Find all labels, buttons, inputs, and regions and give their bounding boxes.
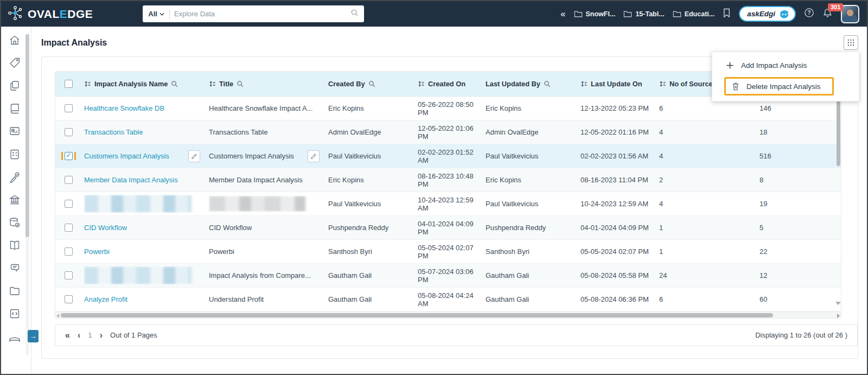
select-all-checkbox[interactable] [65, 80, 73, 88]
first-page-button[interactable]: « [65, 331, 70, 340]
row-objects: 5 [760, 224, 763, 232]
bridge-icon[interactable] [8, 330, 21, 343]
home-icon[interactable] [8, 34, 21, 47]
row-created_on: 02-02-2023 01:52 AM [418, 148, 482, 164]
certify-icon[interactable] [8, 170, 21, 183]
query-icon[interactable] [8, 307, 21, 320]
nine-dots-menu-button[interactable] [844, 35, 858, 50]
prev-page-button[interactable]: ‹ [78, 331, 80, 340]
row-checkbox[interactable] [65, 152, 73, 160]
column-search-icon[interactable] [544, 80, 551, 87]
recent-item-15-tables[interactable]: 15-Tabl... [623, 10, 664, 18]
sort-icon[interactable] [84, 80, 91, 87]
impact-analysis-link[interactable]: Analyze Profit [84, 295, 127, 303]
impact-analysis-link[interactable]: Customers Impact Analysis [84, 152, 169, 160]
row-checkbox[interactable] [65, 200, 73, 208]
sidebar-scrollbar[interactable] [25, 33, 29, 355]
scroll-left-arrow-icon[interactable] [56, 314, 59, 318]
row-title: Transactions Table [209, 128, 267, 136]
horizontal-scrollbar[interactable] [55, 312, 841, 318]
column-search-icon[interactable] [368, 80, 375, 87]
sort-icon[interactable] [209, 80, 216, 87]
governance-icon[interactable] [8, 193, 21, 206]
column-header-name[interactable]: Impact Analysis Name [84, 80, 209, 88]
column-header-last_updated_by[interactable]: Last Updated By [486, 80, 580, 88]
bookmark-icon[interactable] [723, 8, 731, 20]
collapse-crumbs-icon[interactable]: « [560, 9, 565, 18]
sort-icon[interactable] [418, 80, 425, 87]
impact-analysis-link[interactable]: Powerbi [84, 247, 110, 256]
catalog-icon[interactable] [8, 102, 21, 115]
add-impact-analysis-menu-item[interactable]: Add Impact Analysis [712, 56, 859, 74]
column-search-icon[interactable] [171, 80, 178, 87]
recent-item-education[interactable]: Educati... [673, 10, 715, 18]
impact-analysis-link[interactable]: Transactions Table [84, 128, 143, 136]
grid-icon [847, 39, 854, 46]
row-created_by: Pushpendra Reddy [328, 224, 388, 232]
edit-icon[interactable] [188, 150, 200, 162]
projects-icon[interactable] [8, 284, 21, 297]
data-quality-icon[interactable] [8, 216, 21, 229]
main-content: Impact Analysis Impact Analysis NameTitl… [31, 27, 867, 374]
brand-logo[interactable]: OVALEDGE [7, 4, 93, 24]
row-created_on: 04-01-2024 04:09 PM [418, 220, 482, 236]
user-avatar[interactable] [841, 5, 859, 23]
horizontal-scroll-thumb[interactable] [61, 313, 773, 317]
impact-analysis-link[interactable]: Member Data Impact Analysis [84, 176, 178, 184]
select-all-cell [55, 80, 84, 88]
row-select-cell [55, 200, 84, 208]
next-page-button[interactable]: › [100, 331, 103, 340]
row-checkbox[interactable] [65, 271, 73, 279]
row-checkbox[interactable] [65, 104, 73, 112]
pages-icon[interactable] [8, 79, 21, 92]
table-row: Transactions TableTransactions TableAdmi… [55, 120, 841, 144]
row-checkbox[interactable] [65, 128, 73, 136]
help-icon[interactable]: ? [804, 8, 814, 20]
search-scope-dropdown[interactable]: All [148, 10, 169, 18]
checklist-icon[interactable] [8, 148, 21, 161]
impact-analysis-link[interactable]: Healthcare Snowflake DB [84, 104, 164, 112]
sort-icon[interactable] [659, 80, 666, 87]
search-input[interactable] [170, 10, 350, 18]
edit-icon[interactable] [308, 150, 320, 162]
tag-icon[interactable] [8, 56, 21, 69]
sort-icon[interactable] [580, 80, 588, 87]
scroll-down-arrow-icon[interactable] [835, 302, 841, 305]
row-title: Customers Impact Analysis [209, 152, 294, 160]
column-header-created_by[interactable]: Created By [328, 80, 418, 88]
row-sources: 4 [659, 200, 663, 208]
row-checkbox[interactable] [65, 295, 73, 303]
column-header-title[interactable]: Title [209, 80, 328, 88]
column-header-last_update_on[interactable]: Last Update On [580, 80, 659, 88]
recent-item-snowflake[interactable]: SnowFl... [574, 10, 616, 18]
collaboration-icon[interactable] [8, 262, 21, 275]
plus-icon [726, 61, 734, 69]
row-checkbox[interactable] [65, 176, 73, 184]
vertical-scrollbar[interactable] [837, 98, 840, 373]
glossary-icon[interactable] [8, 239, 21, 252]
row-select-cell [55, 152, 84, 160]
notification-count-badge: 301 [828, 3, 843, 11]
table-row: Paul Vaitkevicius10-24-2023 12:59 AMPaul… [55, 192, 841, 216]
notifications-bell[interactable]: 301 [822, 8, 833, 21]
row-checkbox[interactable] [65, 224, 73, 232]
impact-analysis-link[interactable]: CID Workflow [84, 224, 127, 232]
column-search-icon[interactable] [237, 80, 244, 87]
app-window: OVALEDGE All « SnowFl... 15-Tabl... [0, 0, 868, 375]
row-last_update_on: 05-08-2024 05:58 PM [580, 271, 649, 279]
vertical-scroll-thumb[interactable] [837, 100, 840, 166]
column-header-created_on[interactable]: Created On [418, 80, 486, 88]
row-last_updated_by: Eric Kopins [486, 176, 521, 184]
ask-edgi-button[interactable]: askEdgi [739, 6, 796, 22]
search-icon[interactable] [350, 9, 359, 19]
row-checkbox[interactable] [65, 247, 73, 256]
sidebar-expand-button[interactable]: → [28, 330, 39, 342]
delete-impact-analysis-menu-item[interactable]: Delete Impact Analysis [724, 77, 834, 96]
row-select-cell [55, 176, 84, 184]
row-objects: 516 [760, 152, 771, 160]
navbar-right: « SnowFl... 15-Tabl... Educati... askEdg… [560, 5, 859, 23]
reports-icon[interactable] [8, 125, 21, 138]
svg-text:?: ? [807, 10, 810, 16]
row-created_by: Paul Vaitkevicius [328, 152, 381, 160]
table-row: CID WorkflowCID WorkflowPushpendra Reddy… [55, 216, 841, 240]
